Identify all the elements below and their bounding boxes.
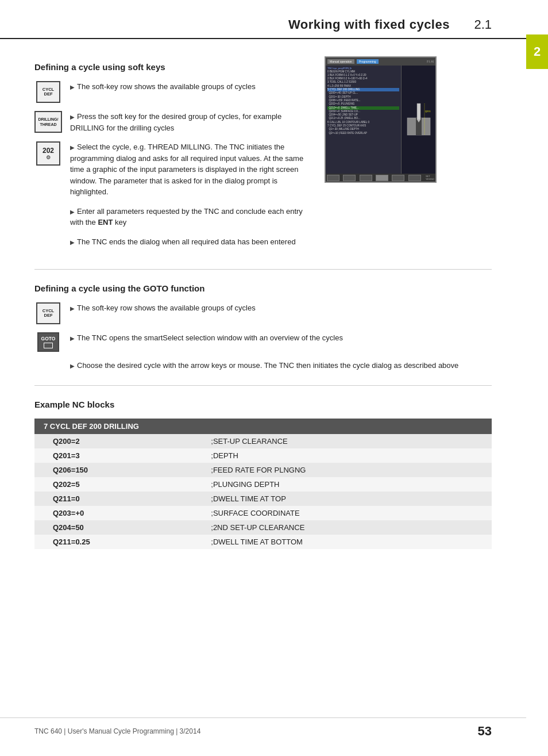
instruction-text-5: ▶The TNC ends the dialog when all requir… — [70, 236, 310, 248]
screen-right-panel: Q211 — [401, 66, 435, 182]
main-content: Defining a cycle using soft keys CYCL DE… — [0, 39, 526, 566]
nc-param: Q201=3 — [34, 448, 192, 463]
num202-key-icon: 202 ⚙ — [34, 141, 62, 166]
instruction-goto-2: GOTO ▶The TNC opens the smartSelect sele… — [34, 332, 492, 352]
nc-table-row: Q206=150;FEED RATE FOR PLNGNG — [34, 463, 492, 477]
drill-graphic: Q211 — [404, 101, 433, 147]
softkey-3 — [360, 175, 372, 181]
nc-table-row: Q201=3;DEPTH — [34, 448, 492, 463]
screen-tab-programming: Programming — [357, 59, 379, 64]
nc-param: Q211=0 — [34, 492, 192, 506]
nc-table-row: Q203=+0;SURFACE COORDINATE — [34, 506, 492, 520]
goto-key[interactable]: GOTO — [37, 332, 59, 352]
nc-param: Q206=150 — [34, 463, 192, 477]
instruction-text-1: ▶The soft-key row shows the available gr… — [70, 81, 310, 93]
nc-comment: ;DWELL TIME AT TOP — [192, 492, 492, 506]
softkey-6 — [408, 175, 421, 181]
instruction-goto-text-3: ▶Choose the desired cycle with the arrow… — [70, 360, 492, 371]
nc-comment: ;PLUNGING DEPTH — [192, 477, 492, 492]
section-divider-2 — [34, 385, 492, 386]
page-footer: TNC 640 | User's Manual Cycle Programmin… — [0, 717, 526, 739]
nc-param: Q202=5 — [34, 477, 192, 492]
nc-table-row: Q211=0.25;DWELL TIME AT BOTTOM — [34, 535, 492, 549]
page-number: 53 — [478, 724, 492, 739]
page-header: Working with fixed cycles 2.1 — [0, 0, 526, 39]
nc-table-row: Q211=0;DWELL TIME AT TOP — [34, 492, 492, 506]
nc-table-header: 7 CYCL DEF 200 DRILLING — [34, 419, 492, 434]
screen-body: TNC:\cyc_prog\FOR(.)h 0 BEGIN PGM CYL MM… — [326, 66, 435, 182]
goto-box — [44, 343, 53, 348]
section1: Defining a cycle using soft keys CYCL DE… — [34, 56, 492, 255]
instruction-softkeys-2: DRILLING/ THREAD ▶Press the soft key for… — [34, 111, 310, 133]
footer-text: TNC 640 | User's Manual Cycle Programmin… — [34, 727, 200, 735]
instruction-softkeys-3: 202 ⚙ ▶Select the cycle, e.g. THREAD MIL… — [34, 141, 310, 198]
section1-heading: Defining a cycle using soft keys — [34, 62, 310, 72]
nc-blocks-section: Example NC blocks 7 CYCL DEF 200 DRILLIN… — [34, 400, 492, 549]
page-title: Working with fixed cycles — [288, 17, 450, 32]
nc-table-row: Q204=50;2ND SET-UP CLEARANCE — [34, 520, 492, 535]
cycl-def-key-icon-2: CYCL DEF — [34, 302, 62, 324]
chapter-tab: 2 — [526, 34, 548, 69]
svg-rect-2 — [417, 103, 420, 120]
cycl-def-key-icon: CYCL DEF — [34, 81, 62, 103]
section1-left: Defining a cycle using soft keys CYCL DE… — [34, 56, 310, 255]
nc-comment: ;SURFACE COORDINATE — [192, 506, 492, 520]
nc-blocks-table: 7 CYCL DEF 200 DRILLING Q200=2;SET-UP CL… — [34, 419, 492, 549]
nc-table-row: Q200=2;SET-UP CLEARANCE — [34, 434, 492, 448]
nc-param: Q203=+0 — [34, 506, 192, 520]
screen-tab-manual: Manual operation — [327, 59, 354, 64]
section2-heading: Defining a cycle using the GOTO function — [34, 283, 492, 293]
nc-blocks-heading: Example NC blocks — [34, 400, 492, 409]
nc-comment: ;2ND SET-UP CLEARANCE — [192, 520, 492, 535]
screen-top-bar: Manual operation Programming FI: AI — [326, 57, 435, 66]
nc-param: Q211=0.25 — [34, 535, 192, 549]
softkey-5 — [392, 175, 404, 181]
nc-comment: ;SET-UP CLEARANCE — [192, 434, 492, 448]
drilling-key-icon: DRILLING/ THREAD — [34, 111, 62, 133]
svg-text:Q211: Q211 — [425, 110, 431, 113]
screen-preview: Manual operation Programming FI: AI TNC:… — [322, 56, 437, 255]
nc-comment: ;DEPTH — [192, 448, 492, 463]
nc-table-row: Q202=5;PLUNGING DEPTH — [34, 477, 492, 492]
drilling-key[interactable]: DRILLING/ THREAD — [34, 111, 62, 133]
nc-comment: ;FEED RATE FOR PLNGNG — [192, 463, 492, 477]
nc-param: Q204=50 — [34, 520, 192, 535]
softkey-1 — [327, 175, 339, 181]
instruction-text-2: ▶Press the soft key for the desired grou… — [70, 111, 310, 133]
instruction-softkeys-4: ▶Enter all parameters requested by the T… — [34, 206, 310, 228]
screen-softkey-bottom: SETYES/NO — [326, 174, 435, 182]
instruction-goto-3: ▶Choose the desired cycle with the arrow… — [34, 360, 492, 371]
instruction-text-4: ▶Enter all parameters requested by the T… — [70, 206, 310, 228]
instruction-goto-text-1: ▶The soft-key row shows the available gr… — [70, 302, 492, 314]
instruction-softkeys-1: CYCL DEF ▶The soft-key row shows the ava… — [34, 81, 310, 103]
num202-key[interactable]: 202 ⚙ — [36, 141, 60, 166]
nc-comment: ;DWELL TIME AT BOTTOM — [192, 535, 492, 549]
goto-key-icon: GOTO — [34, 332, 62, 352]
screen-code-area: TNC:\cyc_prog\FOR(.)h 0 BEGIN PGM CYL MM… — [326, 66, 401, 182]
instruction-goto-1: CYCL DEF ▶The soft-key row shows the ava… — [34, 302, 492, 324]
section-number: 2.1 — [460, 17, 492, 32]
cycl-def-key[interactable]: CYCL DEF — [36, 81, 60, 103]
instruction-goto-text-2: ▶The TNC opens the smartSelect selection… — [70, 332, 492, 344]
nc-param: Q200=2 — [34, 434, 192, 448]
section2: Defining a cycle using the GOTO function… — [34, 283, 492, 371]
tnc-screen: Manual operation Programming FI: AI TNC:… — [325, 56, 437, 183]
softkey-2 — [343, 175, 356, 181]
softkey-4 — [376, 175, 388, 181]
instruction-text-3: ▶Select the cycle, e.g. THREAD MILLING. … — [70, 141, 310, 198]
cycl-def-key-2[interactable]: CYCL DEF — [36, 302, 60, 324]
instruction-softkeys-5: ▶The TNC ends the dialog when all requir… — [34, 236, 310, 248]
screen-line-9: Q2=+10 ;FEED RATE OVERLAP — [327, 132, 399, 135]
section-divider-1 — [34, 269, 492, 270]
